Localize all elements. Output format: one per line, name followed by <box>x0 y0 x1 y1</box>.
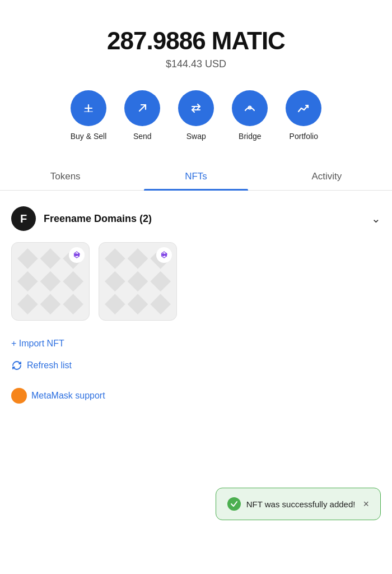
action-buttons: Buy & Sell Send Swap <box>71 90 322 141</box>
tabs-section: Tokens NFTs Activity <box>0 163 392 191</box>
nft-chain-badge-1 <box>69 247 85 263</box>
send-circle <box>124 90 160 126</box>
send-icon <box>134 100 150 116</box>
refresh-list-button[interactable]: Refresh list <box>11 360 381 371</box>
nft-item-2[interactable] <box>99 242 177 321</box>
portfolio-icon <box>296 100 311 116</box>
nft-section: F Freename Domains (2) ⌄ <box>0 206 392 404</box>
send-action[interactable]: Send <box>124 90 160 141</box>
buy-sell-circle <box>71 90 106 126</box>
polygon-logo-icon <box>71 249 82 261</box>
portfolio-action[interactable]: Portfolio <box>286 90 321 141</box>
metamask-support-button[interactable]: MetaMask support <box>11 388 381 404</box>
collection-avatar: F <box>11 206 36 231</box>
nft-collection-header[interactable]: F Freename Domains (2) ⌄ <box>11 206 381 231</box>
tab-nfts[interactable]: NFTs <box>130 163 261 190</box>
swap-action[interactable]: Swap <box>178 90 214 141</box>
polygon-logo-icon-2 <box>158 249 170 261</box>
import-nft-label: + Import NFT <box>11 339 64 349</box>
toast-close-button[interactable]: × <box>363 498 369 510</box>
refresh-list-label: Refresh list <box>27 360 72 371</box>
svg-line-3 <box>139 105 146 111</box>
metamask-support-label: MetaMask support <box>31 391 105 401</box>
bridge-circle <box>232 90 268 126</box>
refresh-icon <box>11 360 22 371</box>
import-nft-button[interactable]: + Import NFT <box>11 339 381 349</box>
toast-message: NFT was successfully added! <box>246 499 356 509</box>
toast-check-icon <box>227 497 241 511</box>
bridge-label: Bridge <box>239 132 261 141</box>
bridge-action[interactable]: Bridge <box>232 90 268 141</box>
main-container: 287.9886 MATIC $144.43 USD Buy & Sell <box>0 0 392 404</box>
portfolio-circle <box>286 90 321 126</box>
balance-section: 287.9886 MATIC $144.43 USD <box>107 27 285 70</box>
swap-circle <box>178 90 214 126</box>
metamask-fox-icon <box>14 391 24 401</box>
chevron-down-icon: ⌄ <box>371 212 381 225</box>
balance-amount: 287.9886 MATIC <box>107 27 285 55</box>
swap-icon <box>188 100 204 116</box>
buy-sell-icon <box>81 100 96 116</box>
buy-sell-label: Buy & Sell <box>71 132 107 141</box>
buy-sell-action[interactable]: Buy & Sell <box>71 90 107 141</box>
toast-notification: NFT was successfully added! × <box>216 488 381 520</box>
bridge-icon <box>242 100 258 116</box>
nft-item-1[interactable] <box>11 242 90 321</box>
balance-usd: $144.43 USD <box>107 58 285 70</box>
tab-activity[interactable]: Activity <box>262 163 392 190</box>
collection-name: Freename Domains (2) <box>44 213 371 225</box>
metamask-icon <box>11 388 27 404</box>
send-label: Send <box>133 132 152 141</box>
svg-marker-5 <box>16 392 22 400</box>
nft-chain-badge-2 <box>156 247 172 263</box>
nft-grid <box>11 242 381 321</box>
checkmark-icon <box>230 500 238 508</box>
swap-label: Swap <box>186 132 206 141</box>
portfolio-label: Portfolio <box>290 132 318 141</box>
tab-tokens[interactable]: Tokens <box>0 163 130 190</box>
